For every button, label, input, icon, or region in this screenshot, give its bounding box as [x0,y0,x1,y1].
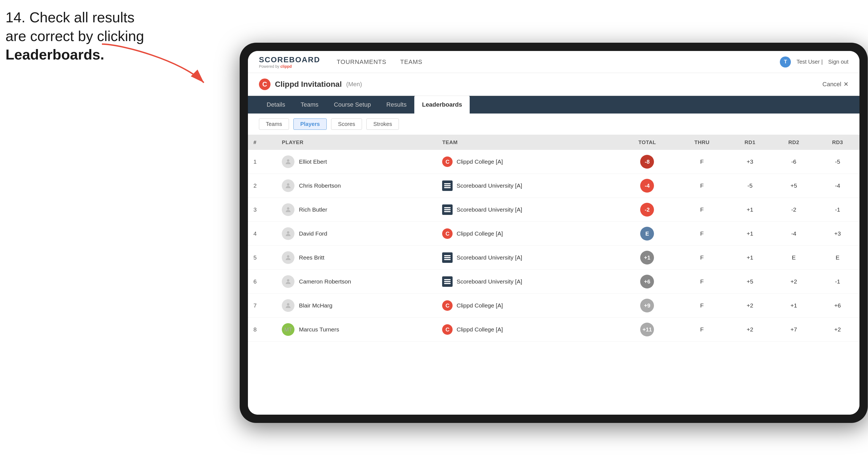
tab-details[interactable]: Details [259,96,293,114]
score-badge: +9 [640,299,654,312]
rd2-cell: -4 [772,222,816,246]
thru-cell: F [676,270,728,294]
nav-tournaments[interactable]: TOURNAMENTS [337,58,386,66]
rd3-cell: +6 [816,294,860,318]
rank-cell: 6 [248,270,276,294]
player-name: Blair McHarg [299,302,332,309]
user-avatar: T [780,57,791,67]
rd2-cell: E [772,246,816,270]
table-row[interactable]: 6 Cameron Robertson Scoreboard Universit… [248,270,860,294]
cancel-button[interactable]: Cancel ✕ [823,81,848,88]
rd2-cell: +7 [772,318,816,342]
thru-cell: F [676,150,728,174]
score-badge: -8 [640,155,654,168]
score-badge: +1 [640,251,654,264]
filter-strokes[interactable]: Strokes [366,119,399,130]
team-cell: Scoreboard University [A] [437,174,618,198]
rd3-cell: +3 [816,222,860,246]
nav-teams[interactable]: TEAMS [400,58,423,66]
filter-players[interactable]: Players [293,119,327,130]
player-avatar [282,179,294,192]
player-cell: Elliot Ebert [276,150,437,174]
col-rank: # [248,135,276,150]
thru-cell: F [676,222,728,246]
rd3-cell: -1 [816,198,860,222]
tournament-logo: C [259,79,271,90]
rd3-cell: E [816,246,860,270]
player-name: Rich Butler [299,206,327,213]
total-cell: +9 [618,294,676,318]
rd3-cell: -5 [816,150,860,174]
filter-scores[interactable]: Scores [331,119,362,130]
player-name: Rees Britt [299,254,324,261]
team-logo-sb [442,205,453,215]
score-badge: -2 [640,203,654,217]
rd1-cell: +3 [728,150,772,174]
filter-bar: Teams Players Scores Strokes [248,114,860,135]
top-nav: SCOREBOARD Powered by clippd TOURNAMENTS… [248,51,860,73]
rd1-cell: +2 [728,294,772,318]
col-team: TEAM [437,135,618,150]
rank-cell: 7 [248,294,276,318]
table-row[interactable]: 7 Blair McHarg C Clippd College [A] +9 F… [248,294,860,318]
thru-cell: F [676,294,728,318]
rd2-cell: -2 [772,198,816,222]
thru-cell: F [676,174,728,198]
table-row[interactable]: 4 David Ford C Clippd College [A] E F +1… [248,222,860,246]
thru-cell: F [676,246,728,270]
signout-link[interactable]: Sign out [828,59,848,65]
player-name: David Ford [299,230,327,237]
nav-user: Test User | [796,59,823,65]
team-cell: Scoreboard University [A] [437,246,618,270]
tournament-name: Clippd Invitational [275,80,342,89]
rank-cell: 2 [248,174,276,198]
rd1-cell: +2 [728,318,772,342]
rd3-cell: -1 [816,270,860,294]
player-cell: Rich Butler [276,198,437,222]
score-badge: +6 [640,275,654,288]
team-name: Scoreboard University [A] [457,278,522,285]
tab-results[interactable]: Results [379,96,414,114]
player-name: Elliot Ebert [299,158,327,165]
team-cell: C Clippd College [A] [437,294,618,318]
team-logo-clippd: C [442,156,453,167]
team-logo-clippd: C [442,324,453,335]
table-row[interactable]: 2 Chris Robertson Scoreboard University … [248,174,860,198]
team-name: Clippd College [A] [457,230,503,237]
score-badge: -4 [640,179,654,193]
player-avatar [282,203,294,216]
team-logo-sb [442,276,453,287]
rank-cell: 5 [248,246,276,270]
total-cell: -8 [618,150,676,174]
tournament-gender: (Men) [346,81,362,88]
rd1-cell: +1 [728,246,772,270]
tab-course-setup[interactable]: Course Setup [326,96,379,114]
sub-nav: Details Teams Course Setup Results Leade… [248,96,860,114]
player-cell: MT Marcus Turners [276,318,437,342]
player-avatar [282,251,294,264]
filter-teams[interactable]: Teams [259,119,289,130]
col-player: PLAYER [276,135,437,150]
table-row[interactable]: 5 Rees Britt Scoreboard University [A] +… [248,246,860,270]
table-row[interactable]: 8 MT Marcus Turners C Clippd College [A]… [248,318,860,342]
table-row[interactable]: 3 Rich Butler Scoreboard University [A] … [248,198,860,222]
table-row[interactable]: 1 Elliot Ebert C Clippd College [A] -8 F… [248,150,860,174]
team-name: Clippd College [A] [457,302,503,309]
team-name: Clippd College [A] [457,158,503,165]
tab-teams[interactable]: Teams [293,96,326,114]
rd3-cell: +2 [816,318,860,342]
team-logo-sb [442,252,453,263]
tablet-screen: SCOREBOARD Powered by clippd TOURNAMENTS… [248,51,860,415]
total-cell: +1 [618,246,676,270]
thru-cell: F [676,318,728,342]
svg-point-4 [287,231,289,234]
col-thru: THRU [676,135,728,150]
total-cell: +11 [618,318,676,342]
svg-point-3 [287,207,289,210]
tab-leaderboards[interactable]: Leaderboards [414,96,470,114]
team-name: Scoreboard University [A] [457,254,522,261]
logo-text: SCOREBOARD [259,55,320,64]
rd2-cell: +1 [772,294,816,318]
player-avatar: MT [282,323,294,336]
player-avatar [282,227,294,240]
